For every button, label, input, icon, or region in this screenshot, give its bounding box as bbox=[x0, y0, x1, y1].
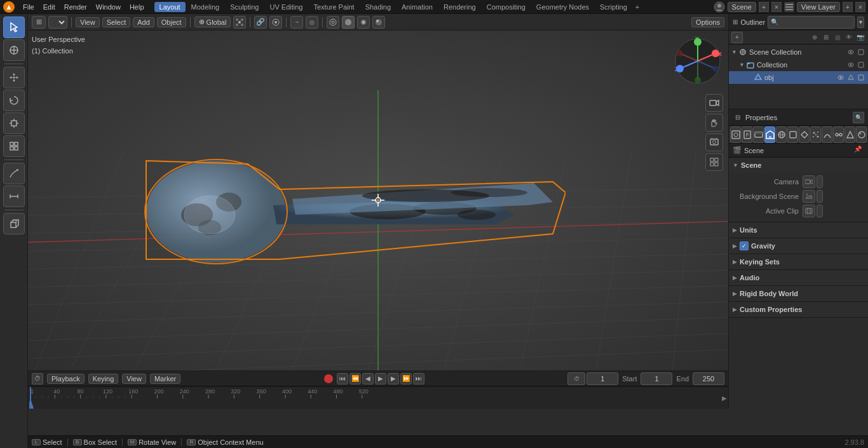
workspace-animation[interactable]: Animation bbox=[397, 2, 438, 12]
nav-gizmo-svg[interactable]: X Y Z bbox=[672, 36, 723, 86]
bg-scene-value-field[interactable] bbox=[817, 190, 823, 203]
snapping-btn[interactable]: 🔗 bbox=[254, 16, 267, 29]
obj-vert-toggle[interactable] bbox=[846, 73, 855, 82]
camera-value-field[interactable] bbox=[817, 175, 823, 188]
jump-start-btn[interactable]: ⏮ bbox=[337, 373, 348, 384]
col-view-toggle[interactable] bbox=[846, 60, 855, 69]
view-layer-add-icon[interactable]: + bbox=[843, 2, 853, 12]
viewport-shading-material[interactable] bbox=[357, 16, 370, 29]
keying-sets-header[interactable]: ▶ Keying Sets bbox=[729, 254, 868, 269]
outliner-search[interactable] bbox=[768, 16, 855, 29]
outliner-obj-item[interactable]: ▼ obj bbox=[729, 71, 868, 84]
pivot-selector[interactable] bbox=[233, 16, 246, 29]
filter-icon-select[interactable]: ◎ bbox=[832, 32, 843, 43]
prop-tab-scene[interactable] bbox=[764, 126, 775, 143]
overlay-btn[interactable]: ◎ bbox=[306, 16, 318, 29]
editor-type-selector[interactable]: ⊞ bbox=[32, 16, 46, 29]
tool-cursor[interactable] bbox=[3, 39, 25, 61]
jump-end-btn[interactable]: ⏭ bbox=[413, 373, 424, 384]
fps-selector[interactable]: ⏱ bbox=[567, 372, 585, 385]
tool-add-cube[interactable] bbox=[3, 213, 25, 234]
outliner-scene-collection[interactable]: ▼ Scene Collection bbox=[729, 46, 868, 58]
sc-render-toggle[interactable] bbox=[857, 48, 865, 57]
proportional-edit-btn[interactable] bbox=[269, 16, 282, 29]
view-menu[interactable]: View bbox=[76, 17, 100, 27]
prop-tab-viewlayer[interactable] bbox=[753, 126, 764, 143]
scene-collection-arrow[interactable]: ▼ bbox=[731, 49, 737, 55]
tool-scale[interactable] bbox=[3, 112, 25, 134]
viewport-camera2-icon[interactable] bbox=[705, 133, 723, 151]
viewport-grid-icon[interactable] bbox=[705, 153, 723, 171]
tool-move[interactable] bbox=[3, 67, 25, 88]
navigation-gizmo[interactable]: X Y Z bbox=[672, 36, 723, 86]
prev-frame-btn[interactable]: ◀ bbox=[362, 373, 374, 384]
end-frame-input[interactable] bbox=[693, 372, 724, 385]
menu-window[interactable]: Window bbox=[92, 2, 125, 12]
filter-icon-hide[interactable]: 👁 bbox=[844, 32, 854, 43]
units-section-header[interactable]: ▶ Units bbox=[729, 222, 868, 238]
camera-icon-btn[interactable] bbox=[803, 175, 815, 188]
prop-tab-output[interactable] bbox=[742, 126, 752, 143]
workspace-texture-paint[interactable]: Texture Paint bbox=[308, 2, 359, 12]
prop-tab-constraints[interactable] bbox=[833, 126, 844, 143]
sc-view-toggle[interactable] bbox=[846, 48, 855, 57]
prop-tab-material[interactable] bbox=[856, 126, 867, 143]
prop-tab-physics[interactable] bbox=[822, 126, 832, 143]
workspace-layout[interactable]: Layout bbox=[154, 2, 186, 12]
object-mode-selector[interactable]: Object Mode bbox=[48, 16, 67, 29]
workspace-uv-editing[interactable]: UV Editing bbox=[264, 2, 308, 12]
tool-rotate[interactable] bbox=[3, 90, 25, 111]
timeline-ruler[interactable]: 1 40 80 120 160 200 bbox=[28, 386, 728, 409]
record-button[interactable] bbox=[324, 374, 333, 383]
workspace-geometry-nodes[interactable]: Geometry Nodes bbox=[531, 2, 594, 12]
prop-tab-particles[interactable] bbox=[810, 126, 821, 143]
tool-transform[interactable] bbox=[3, 135, 25, 157]
next-frame-btn[interactable]: ▶ bbox=[388, 373, 399, 384]
gravity-checkbox[interactable]: ✓ bbox=[740, 241, 749, 250]
scene-selector[interactable]: Scene bbox=[728, 2, 756, 12]
scene-section-header[interactable]: ▼ Scene bbox=[729, 158, 868, 173]
add-menu[interactable]: Add bbox=[133, 17, 154, 27]
bg-scene-icon-btn[interactable] bbox=[803, 190, 815, 203]
collection-arrow[interactable]: ▼ bbox=[739, 62, 745, 68]
prop-tab-modifiers[interactable] bbox=[799, 126, 810, 143]
prop-tab-world[interactable] bbox=[776, 126, 787, 143]
props-pin-btn[interactable]: 📌 bbox=[854, 146, 864, 156]
prop-tab-object[interactable] bbox=[787, 126, 798, 143]
obj-view-toggle[interactable] bbox=[836, 73, 845, 82]
menu-help[interactable]: Help bbox=[126, 2, 148, 12]
select-menu[interactable]: Select bbox=[102, 17, 131, 27]
obj-arrow[interactable]: ▼ bbox=[747, 74, 752, 81]
options-btn[interactable]: Options bbox=[691, 17, 724, 27]
tool-measure[interactable] bbox=[3, 186, 25, 207]
workspace-compositing[interactable]: Compositing bbox=[482, 2, 531, 12]
view-layer-selector[interactable]: View Layer bbox=[797, 2, 840, 12]
filter-icon-all[interactable]: ⊕ bbox=[810, 32, 820, 43]
view-menu-timeline[interactable]: View bbox=[122, 374, 146, 384]
workspace-sculpting[interactable]: Sculpting bbox=[225, 2, 264, 12]
rigid-body-header[interactable]: ▶ Rigid Body World bbox=[729, 286, 868, 301]
view-layer-remove-icon[interactable]: × bbox=[855, 2, 865, 12]
workspace-shading[interactable]: Shading bbox=[360, 2, 396, 12]
outliner-new-collection[interactable]: + bbox=[731, 32, 743, 43]
viewport-shading-solid[interactable] bbox=[342, 16, 355, 29]
marker-menu[interactable]: Marker bbox=[150, 374, 180, 384]
keying-menu[interactable]: Keying bbox=[88, 374, 119, 384]
viewport[interactable]: User Perspective (1) Collection bbox=[28, 31, 728, 370]
workspace-scripting[interactable]: Scripting bbox=[595, 2, 632, 12]
tool-annotate[interactable] bbox=[3, 163, 25, 184]
props-search-btn[interactable]: 🔍 bbox=[853, 112, 864, 123]
workspace-modeling[interactable]: Modeling bbox=[186, 2, 225, 12]
custom-props-header[interactable]: ▶ Custom Properties bbox=[729, 302, 868, 317]
prop-tab-data[interactable] bbox=[844, 126, 855, 143]
tool-select[interactable] bbox=[3, 17, 25, 38]
prop-tab-render[interactable] bbox=[730, 126, 741, 143]
active-clip-value-field[interactable] bbox=[817, 205, 823, 217]
menu-edit[interactable]: Edit bbox=[39, 2, 59, 12]
gravity-section-header[interactable]: ▶ ✓ Gravity bbox=[729, 238, 868, 254]
scene-remove-icon[interactable]: × bbox=[771, 2, 782, 12]
prev-keyframe-btn[interactable]: ⏪ bbox=[349, 373, 361, 384]
next-keyframe-btn[interactable]: ⏩ bbox=[400, 373, 412, 384]
col-render-toggle[interactable] bbox=[857, 60, 865, 69]
outliner-collection[interactable]: ▼ Collection bbox=[729, 58, 868, 71]
